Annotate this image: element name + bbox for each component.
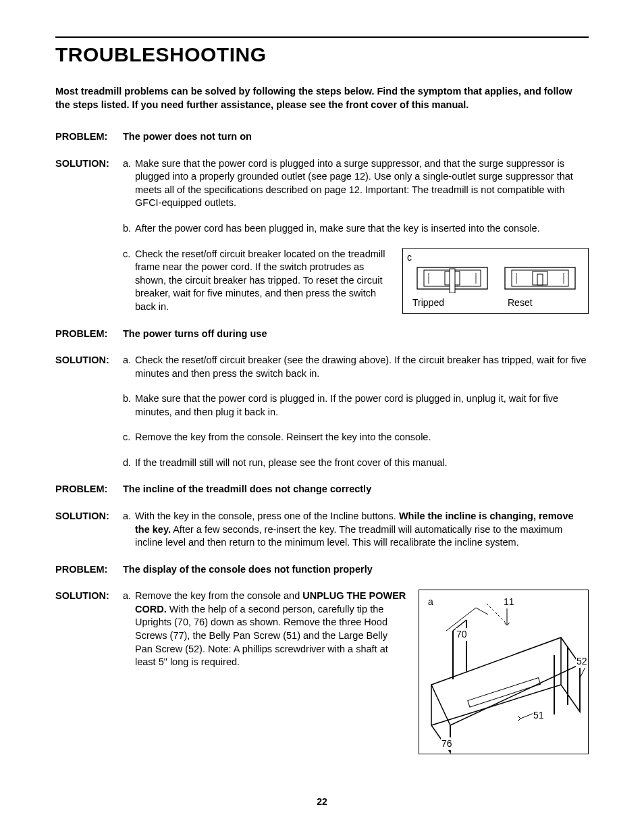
solution-1a: a. Make sure that the power cord is plug… [123,157,589,210]
callout-76: 76 [441,737,453,750]
figure-a-label: a [427,596,434,608]
svg-rect-3 [450,269,455,293]
svg-line-15 [504,623,507,625]
solution-4: SOLUTION: a. Remove the key from the con… [55,590,589,754]
breaker-reset-icon [503,263,577,293]
content-body: PROBLEM: The power does not turn on SOLU… [55,130,589,754]
item-text: After the power cord has been plugged in… [135,222,589,236]
item-letter: c. [123,248,135,314]
callout-52: 52 [576,655,588,668]
solution-3: SOLUTION: a. With the key in the console… [55,510,589,550]
problem-2-header: PROBLEM: The power turns off during use [55,328,589,341]
item-text: Check the reset/off circuit breaker loca… [135,248,390,314]
item-letter: a. [123,590,135,754]
item-text: If the treadmill still will not run, ple… [135,457,589,470]
item-letter: c. [123,431,135,444]
callout-11: 11 [503,596,515,608]
figure-a-treadmill: a 11 70 52 51 76 [419,590,589,754]
item-text: Remove the key from the console and UNPL… [135,590,406,669]
solution-1b: b. After the power cord has been plugged… [123,222,589,236]
solution-2b: b. Make sure that the power cord is plug… [123,392,589,419]
item-text: Make sure that the power cord is plugged… [135,392,589,419]
tripped-label: Tripped [412,296,444,309]
solution-3a: a. With the key in the console, press on… [123,510,589,550]
item-text: Make sure that the power cord is plugged… [135,157,589,210]
problem-2-title: The power turns off during use [123,328,267,341]
solution-label: SOLUTION: [55,354,123,469]
solution-2c: c. Remove the key from the console. Rein… [123,431,589,444]
top-rule [55,36,589,38]
item-letter: a. [123,157,135,210]
svg-line-18 [518,716,520,719]
problem-label: PROBLEM: [55,563,123,577]
reset-label: Reset [508,296,533,309]
problem-1-title: The power does not turn on [123,130,252,144]
problem-label: PROBLEM: [55,130,123,144]
intro-text: Most treadmill problems can be solved by… [55,85,589,111]
svg-line-16 [507,623,510,625]
solution-2d: d. If the treadmill still will not run, … [123,457,589,470]
item-text: Remove the key from the console. Reinser… [135,431,589,444]
problem-4-title: The display of the console does not func… [123,563,373,577]
figure-c-breaker: c [402,248,589,314]
problem-label: PROBLEM: [55,483,123,496]
problem-3-header: PROBLEM: The incline of the treadmill do… [55,483,589,496]
solution-1c: c. Check the reset/off circuit breaker l… [123,248,589,314]
item-letter: b. [123,392,135,419]
item-letter: a. [123,510,135,550]
problem-label: PROBLEM: [55,328,123,341]
svg-rect-9 [537,274,543,285]
problem-1-header: PROBLEM: The power does not turn on [55,130,589,144]
solution-2a: a. Check the reset/off circuit breaker (… [123,354,589,380]
page-title: TROUBLESHOOTING [55,43,589,66]
solution-2: SOLUTION: a. Check the reset/off circuit… [55,354,589,469]
problem-4-header: PROBLEM: The display of the console does… [55,563,589,577]
item-letter: b. [123,222,135,236]
solution-1: SOLUTION: a. Make sure that the power co… [55,157,589,314]
item-letter: d. [123,457,135,470]
solution-label: SOLUTION: [55,590,123,754]
treadmill-diagram-icon [419,590,589,755]
svg-line-19 [518,719,520,721]
breaker-tripped-icon [415,263,489,293]
solution-label: SOLUTION: [55,157,123,314]
figure-c-label: c [407,251,412,264]
solution-4a: a. Remove the key from the console and U… [123,590,589,754]
page-number: 22 [0,796,644,807]
callout-51: 51 [533,709,545,722]
callout-70: 70 [456,628,468,641]
item-text: With the key in the console, press one o… [135,510,589,550]
solution-label: SOLUTION: [55,510,123,550]
item-letter: a. [123,354,135,380]
problem-3-title: The incline of the treadmill does not ch… [123,483,371,496]
item-text: Check the reset/off circuit breaker (see… [135,354,589,380]
